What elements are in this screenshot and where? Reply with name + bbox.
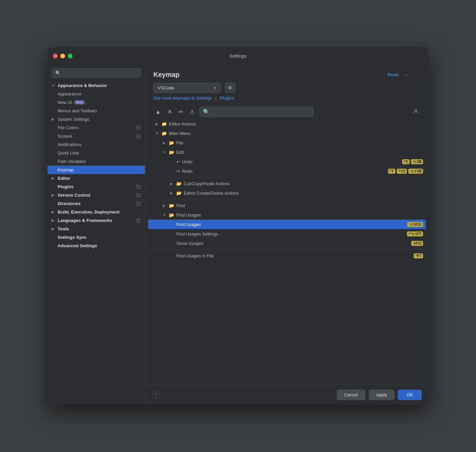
chevron-right-icon: ▶ <box>52 219 56 222</box>
tree-item-find-usages-folder[interactable]: ▼ 📂 Find Usages <box>148 210 426 220</box>
forward-button[interactable]: → <box>412 71 420 79</box>
keymap-value: VSCode <box>158 85 174 90</box>
keymap-dropdown[interactable]: VSCode ▾ <box>153 83 221 93</box>
tree-item-label: Find Usages in File <box>176 253 414 258</box>
folder-icon: 📁 <box>161 131 167 136</box>
sidebar-item-file-colors[interactable]: File Colors ⬛ <box>48 123 145 132</box>
tree-item-label: Editor Create/Delete Actions <box>184 191 423 196</box>
shortcut-badge: ⌥⌫ <box>411 159 423 164</box>
apply-button[interactable]: Apply <box>369 390 395 400</box>
sidebar-item-quick-lists[interactable]: Quick Lists <box>48 149 145 157</box>
sidebar-item-version-control[interactable]: ▶ Version Control ⬛ <box>48 191 145 199</box>
sidebar-item-label: Scopes <box>58 134 72 139</box>
tree-item-label: Find Usages <box>176 222 407 227</box>
keymap-search-input[interactable] <box>212 109 310 114</box>
chevron-down-icon: ▼ <box>163 213 168 217</box>
folder-icon: 📂 <box>169 140 174 145</box>
tree-item-label: Cut/Copy/Paste Actions <box>184 181 423 186</box>
chevron-right-icon: ▶ <box>52 117 56 121</box>
tree-item-find-usages[interactable]: Find Usages ⌥⇧F12 <box>148 220 426 229</box>
sidebar-item-appearance-behavior[interactable]: ▼ Appearance & Behavior <box>48 81 145 90</box>
reset-button[interactable]: Reset <box>387 72 399 77</box>
folder-icon: 📂 <box>169 213 174 218</box>
chevron-right-icon: ▶ <box>52 193 56 197</box>
sidebar-item-system-settings[interactable]: ▶ System Settings <box>48 115 145 123</box>
sidebar-item-scopes[interactable]: Scopes ⬛ <box>48 132 145 140</box>
sidebar-item-languages-frameworks[interactable]: ▶ Languages & Frameworks ⬛ <box>48 216 145 225</box>
tree-item-show-usages[interactable]: Show Usages ⇧F12 <box>148 238 426 248</box>
svg-point-0 <box>415 109 417 111</box>
sidebar-item-build-execution[interactable]: ▶ Build, Execution, Deployment <box>48 208 145 216</box>
get-more-keymaps-link[interactable]: Get more keymaps in Settings <box>153 95 212 101</box>
folder-icon: 📂 <box>176 191 182 196</box>
sidebar-item-label: Languages & Frameworks <box>58 218 112 223</box>
maximize-button[interactable] <box>68 54 72 58</box>
tree-item-editor-actions[interactable]: ▶ 📁 Editor Actions <box>148 119 426 129</box>
add-button[interactable]: ▲ <box>153 108 163 116</box>
shortcut-badge: ^F7 <box>414 253 423 258</box>
sidebar-item-label: File Colors <box>58 125 79 130</box>
tree-item-redo[interactable]: ↪ Redo ^Y ^⇧Z ⌥⇧⌫ <box>148 166 426 176</box>
sidebar-item-advanced-settings[interactable]: Advanced Settings <box>48 242 145 250</box>
tree-item-label: Find Usages Settings... <box>176 231 407 236</box>
settings-window: Settings 🔍 ▼ Appearance & Behavior Appea… <box>48 47 428 405</box>
chevron-right-icon: ▶ <box>155 122 160 126</box>
sidebar-item-path-variables[interactable]: Path Variables <box>48 157 145 166</box>
tree-item-label: Edit <box>176 150 423 155</box>
shortcuts: ⌥⇧F12 <box>407 222 423 227</box>
sidebar-item-label: Keymap <box>58 167 74 172</box>
chevron-right-icon: ▶ <box>170 191 175 195</box>
shortcut-badge: ^⇧Z <box>397 169 407 174</box>
sidebar-item-menus-toolbars[interactable]: Menus and Toolbars <box>48 107 145 115</box>
sidebar-item-keymap[interactable]: Keymap <box>48 166 145 174</box>
remove-button[interactable]: ✕ <box>166 107 174 116</box>
tree-item-label: Redo <box>182 169 388 174</box>
tree-item-edit[interactable]: ▼ 📂 Edit <box>148 147 426 157</box>
shortcut-badge: ^Z <box>402 159 410 164</box>
help-button[interactable]: ? <box>152 391 159 399</box>
separator <box>148 249 426 250</box>
separator <box>148 199 426 199</box>
shortcut-badge: ⇧F12 <box>411 241 423 246</box>
tree-item-label: Find Usages <box>176 213 423 218</box>
filter-button[interactable] <box>411 107 420 116</box>
redo-icon: ↪ <box>176 169 180 174</box>
tree-item-editor-create-delete[interactable]: ▶ 📂 Editor Create/Delete Actions <box>148 188 426 198</box>
tree-item-label: File <box>176 140 423 145</box>
sidebar-item-appearance[interactable]: Appearance <box>48 90 145 98</box>
gear-button[interactable]: ⚙ <box>225 83 235 93</box>
sidebar-item-label: Build, Execution, Deployment <box>58 209 119 215</box>
sidebar-item-directories[interactable]: Directories ⬛ <box>48 199 145 208</box>
tree-area: ▶ 📁 Editor Actions ▼ 📁 Main Menu ▶ 📂 Fil… <box>148 119 426 385</box>
ok-button[interactable]: OK <box>398 390 422 400</box>
sidebar-item-notifications[interactable]: Notifications <box>48 140 145 149</box>
minimize-button[interactable] <box>60 54 65 58</box>
traffic-lights <box>53 54 72 58</box>
sidebar-item-editor[interactable]: ▶ Editor <box>48 174 145 182</box>
folder-icon: 📂 <box>176 181 182 186</box>
tree-item-file[interactable]: ▶ 📂 File <box>148 138 426 147</box>
sidebar-item-new-ui[interactable]: New UI Beta <box>48 98 145 107</box>
search-box[interactable]: 🔍 <box>52 68 141 78</box>
tree-item-find-usages-settings[interactable]: Find Usages Settings... ^⌥⇧F7 <box>148 229 426 238</box>
sidebar-item-settings-sync[interactable]: Settings Sync <box>48 233 145 242</box>
sidebar-item-label: Plugins <box>58 184 73 189</box>
tree-item-main-menu[interactable]: ▼ 📁 Main Menu <box>148 129 426 138</box>
tree-item-find-usages-in-file[interactable]: Find Usages in File ^F7 <box>148 251 426 260</box>
warning-button[interactable]: ⚠ <box>188 107 197 116</box>
tree-item-find[interactable]: ▶ 📂 Find <box>148 201 426 210</box>
folder-icon: 📂 <box>169 150 174 155</box>
back-button[interactable]: ← <box>403 71 411 79</box>
cancel-button[interactable]: Cancel <box>337 390 365 400</box>
plugins-link[interactable]: Plugins <box>220 95 234 101</box>
toolbar-search[interactable]: 🔍 <box>199 107 314 117</box>
chevron-down-icon: ▼ <box>155 132 160 135</box>
sidebar-item-tools[interactable]: ▶ Tools <box>48 225 145 233</box>
sidebar-item-plugins[interactable]: Plugins ⬛ <box>48 182 145 191</box>
edit-button[interactable]: ✏ <box>177 107 185 116</box>
tree-item-undo[interactable]: ↩ Undo ^Z ⌥⌫ <box>148 157 426 166</box>
shortcuts: ^Y ^⇧Z ⌥⇧⌫ <box>388 169 423 174</box>
tree-item-cut-copy-paste[interactable]: ▶ 📂 Cut/Copy/Paste Actions <box>148 179 426 188</box>
close-button[interactable] <box>53 54 58 58</box>
sidebar-search-input[interactable] <box>63 70 137 76</box>
